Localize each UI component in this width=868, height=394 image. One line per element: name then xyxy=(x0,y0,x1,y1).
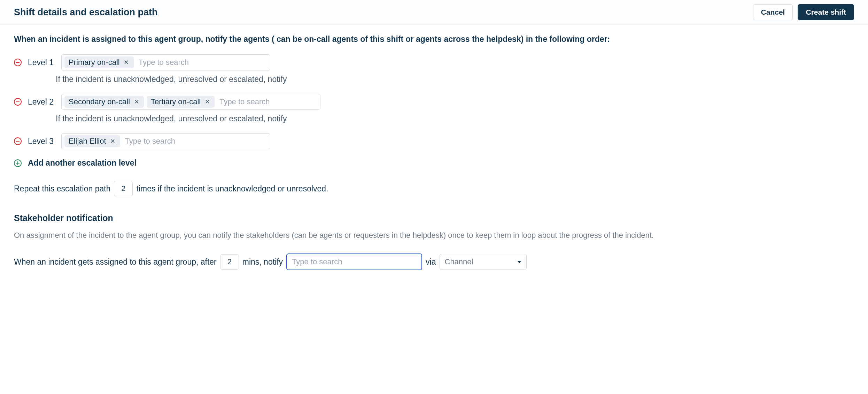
content-area: When an incident is assigned to this age… xyxy=(0,25,868,284)
stakeholder-mins-notify-text: mins, notify xyxy=(242,257,283,267)
channel-select[interactable]: Channel xyxy=(440,254,527,270)
level-agents-input[interactable]: Elijah Elliot✕ xyxy=(61,133,270,149)
repeat-escalation-line: Repeat this escalation path times if the… xyxy=(14,181,854,196)
stakeholder-heading: Stakeholder notification xyxy=(14,213,854,223)
repeat-count-input[interactable] xyxy=(114,181,133,196)
stakeholder-prefix-text: When an incident gets assigned to this a… xyxy=(14,257,217,267)
agent-tag-label: Primary on-call xyxy=(69,58,120,67)
remove-tag-icon[interactable]: ✕ xyxy=(110,138,116,144)
stakeholder-via-text: via xyxy=(426,257,436,267)
add-escalation-level-button[interactable]: Add another escalation level xyxy=(14,158,854,168)
remove-tag-icon[interactable]: ✕ xyxy=(204,99,210,105)
stakeholder-config-line: When an incident gets assigned to this a… xyxy=(14,253,854,270)
level-search-input[interactable] xyxy=(137,56,267,68)
escalation-level-row: Level 1Primary on-call✕ xyxy=(14,54,854,70)
header-actions: Cancel Create shift xyxy=(753,4,854,20)
escalation-level-row: Level 2Secondary on-call✕Tertiary on-cal… xyxy=(14,94,854,110)
escalation-level: Level 3Elijah Elliot✕ xyxy=(14,133,854,149)
escalation-level-row: Level 3Elijah Elliot✕ xyxy=(14,133,854,149)
page-header: Shift details and escalation path Cancel… xyxy=(0,0,868,25)
create-shift-button[interactable]: Create shift xyxy=(798,4,854,20)
plus-icon xyxy=(14,159,22,167)
level-label: Level 2 xyxy=(28,97,55,107)
agent-tag: Tertiary on-call✕ xyxy=(147,96,215,108)
level-label: Level 3 xyxy=(28,137,55,146)
level-agents-input[interactable]: Primary on-call✕ xyxy=(61,54,270,70)
repeat-suffix-text: times if the incident is unacknowledged … xyxy=(136,184,328,194)
escalation-intro-text: When an incident is assigned to this age… xyxy=(14,35,854,44)
repeat-prefix-text: Repeat this escalation path xyxy=(14,184,110,194)
remove-tag-icon[interactable]: ✕ xyxy=(123,59,130,66)
level-search-input[interactable] xyxy=(123,135,267,147)
escalation-levels: Level 1Primary on-call✕If the incident i… xyxy=(14,54,854,149)
stakeholder-search-input[interactable] xyxy=(290,256,419,268)
escalation-hint-text: If the incident is unacknowledged, unres… xyxy=(56,75,854,84)
chevron-down-icon xyxy=(517,261,521,263)
agent-tag: Secondary on-call✕ xyxy=(64,96,144,108)
level-label: Level 1 xyxy=(28,58,55,67)
remove-tag-icon[interactable]: ✕ xyxy=(133,99,140,105)
escalation-level: Level 2Secondary on-call✕Tertiary on-cal… xyxy=(14,94,854,123)
level-agents-input[interactable]: Secondary on-call✕Tertiary on-call✕ xyxy=(61,94,320,110)
page-title: Shift details and escalation path xyxy=(14,7,158,18)
remove-level-icon[interactable] xyxy=(14,98,22,106)
cancel-button[interactable]: Cancel xyxy=(753,4,793,20)
agent-tag: Primary on-call✕ xyxy=(64,56,134,68)
remove-level-icon[interactable] xyxy=(14,59,22,66)
remove-level-icon[interactable] xyxy=(14,137,22,145)
agent-tag: Elijah Elliot✕ xyxy=(64,135,120,147)
agent-tag-label: Secondary on-call xyxy=(69,97,130,106)
add-escalation-level-label: Add another escalation level xyxy=(28,158,137,168)
agent-tag-label: Elijah Elliot xyxy=(69,137,106,146)
escalation-level: Level 1Primary on-call✕If the incident i… xyxy=(14,54,854,84)
escalation-hint-text: If the incident is unacknowledged, unres… xyxy=(56,114,854,123)
channel-select-placeholder: Channel xyxy=(445,257,473,266)
agent-tag-label: Tertiary on-call xyxy=(151,97,201,106)
stakeholder-agents-input[interactable] xyxy=(286,253,422,270)
stakeholder-description: On assignment of the incident to the age… xyxy=(14,229,854,241)
stakeholder-minutes-input[interactable] xyxy=(220,254,239,270)
level-search-input[interactable] xyxy=(217,96,317,108)
